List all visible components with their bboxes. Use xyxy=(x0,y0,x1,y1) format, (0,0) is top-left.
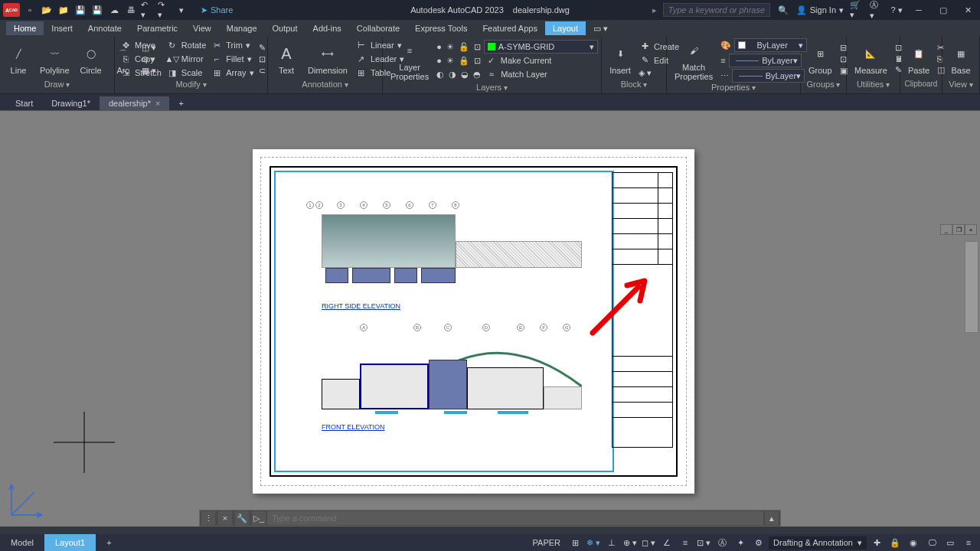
circle-button[interactable]: ◯Circle xyxy=(76,41,106,77)
panel-utilities[interactable]: Utilities ▾ xyxy=(850,80,897,92)
qat-dropdown-icon[interactable]: ▾ xyxy=(175,3,188,17)
panel-groups[interactable]: Groups ▾ xyxy=(804,80,843,92)
tab-layout[interactable]: Layout xyxy=(545,21,586,35)
cmd-close-icon[interactable]: × xyxy=(218,511,232,525)
copy-button[interactable]: ⎘Copy xyxy=(118,52,163,66)
layerprops-button[interactable]: ≡Layer Properties xyxy=(386,38,433,83)
text-button[interactable]: AText xyxy=(271,41,302,77)
layer-tool3[interactable]: 🔒 xyxy=(457,54,471,67)
layer-tool7[interactable]: ◒ xyxy=(459,67,470,81)
base-button[interactable]: ▦Base xyxy=(946,41,976,77)
panel-properties[interactable]: Properties ▾ xyxy=(670,83,797,92)
layer-dropdown[interactable]: A-SYMB-GRID▾ xyxy=(484,40,598,54)
insert-button[interactable]: ⬇Insert xyxy=(605,41,635,77)
tab-parametric[interactable]: Parametric xyxy=(129,21,185,35)
array-button[interactable]: ⊞Array ▾ xyxy=(209,66,255,80)
panel-block[interactable]: Block ▾ xyxy=(605,80,663,92)
search-input[interactable] xyxy=(663,3,770,17)
panel-layers[interactable]: Layers ▾ xyxy=(386,83,598,92)
layer-tool5[interactable]: ◐ xyxy=(435,67,446,81)
tab-addins[interactable]: Add-ins xyxy=(305,21,349,35)
lineweight-toggle[interactable]: ≡ xyxy=(677,536,694,549)
layer-tool1[interactable]: ● xyxy=(435,54,443,67)
grid-toggle[interactable]: ⊞ xyxy=(567,536,583,549)
matchlayer-button[interactable]: ≈Match Layer xyxy=(484,67,549,81)
scale-button[interactable]: ◨Scale xyxy=(165,66,207,80)
layer-state4[interactable]: ⊡ xyxy=(472,41,482,53)
viewport[interactable]: 1 2 3 4 5 6 7 8 RIGHT SIDE ELEVATION A B xyxy=(274,171,614,472)
mirror-button[interactable]: ▲▽Mirror xyxy=(165,52,207,66)
qat-saveas-icon[interactable]: 💾 xyxy=(90,3,104,17)
group-button[interactable]: ⊞Group xyxy=(804,41,837,77)
doctab-start[interactable]: Start xyxy=(6,96,42,110)
command-line[interactable]: ⋮ × 🔧 ▷_ ▴ xyxy=(199,510,781,527)
line-button[interactable]: ╱Line xyxy=(3,41,34,77)
drawing-canvas[interactable]: _ ❐ × 1 2 3 4 5 6 7 8 xyxy=(0,111,980,527)
tab-output[interactable]: Output xyxy=(265,21,305,35)
new-tab-button[interactable]: + xyxy=(169,96,192,110)
color-wheel-icon[interactable]: 🎨 xyxy=(719,38,733,52)
makecurrent-button[interactable]: ✓Make Current xyxy=(484,54,554,67)
monitor-toggle[interactable]: ✚ xyxy=(868,536,885,549)
signin-button[interactable]: 👤 Sign In ▾ xyxy=(796,5,844,15)
annovis-toggle[interactable]: Ⓐ xyxy=(714,536,730,549)
annoscale-toggle[interactable]: ⊡ ▾ xyxy=(695,536,712,549)
share-button[interactable]: ➤ Share xyxy=(201,5,233,15)
inner-close[interactable]: × xyxy=(965,225,976,234)
add-layout-button[interactable]: + xyxy=(96,534,122,551)
cart-icon[interactable]: 🛒 ▾ xyxy=(850,3,864,17)
stretch-button[interactable]: ⇲Stretch xyxy=(118,66,163,80)
snap-toggle[interactable]: ❄ ▾ xyxy=(585,536,602,549)
panel-modify[interactable]: Modify ▾ xyxy=(118,80,264,92)
qat-plot-icon[interactable]: 🖶 xyxy=(124,3,138,17)
paper-sheet[interactable]: 1 2 3 4 5 6 7 8 RIGHT SIDE ELEVATION A B xyxy=(253,149,694,494)
linetype-icon[interactable]: ⋯ xyxy=(719,69,730,83)
app-store-icon[interactable]: Ⓐ ▾ xyxy=(870,3,884,17)
tab-view[interactable]: View xyxy=(185,21,219,35)
customize-status-icon[interactable]: ≡ xyxy=(960,536,977,549)
annoadd-toggle[interactable]: ✦ xyxy=(732,536,749,549)
layer-tool8[interactable]: ◓ xyxy=(472,67,482,81)
move-button[interactable]: ✥Move xyxy=(118,38,163,52)
minimize-button[interactable]: ─ xyxy=(910,3,928,17)
panel-annotation[interactable]: Annotation ▾ xyxy=(271,80,379,92)
lineweight-dropdown[interactable]: ByLayer▾ xyxy=(729,54,802,67)
trim-button[interactable]: ✂Trim ▾ xyxy=(209,38,255,52)
matchprops-button[interactable]: 🖌Match Properties xyxy=(670,38,717,83)
close-button[interactable]: ✕ xyxy=(959,3,977,17)
cmd-customize-icon[interactable]: 🔧 xyxy=(235,511,249,525)
tab-insert[interactable]: Insert xyxy=(44,21,80,35)
titleblock[interactable] xyxy=(612,172,673,472)
inner-restore[interactable]: ❐ xyxy=(953,225,964,234)
tab-collaborate[interactable]: Collaborate xyxy=(349,21,407,35)
close-tab-icon[interactable]: × xyxy=(155,99,160,108)
navigation-bar[interactable] xyxy=(965,241,978,333)
search-arrow-icon[interactable]: ▸ xyxy=(652,5,657,15)
ui-lock-icon[interactable]: 🔒 xyxy=(887,536,903,549)
app-icon[interactable]: A CAD xyxy=(3,3,20,17)
layer-tool2[interactable]: ☀ xyxy=(445,54,456,67)
fillet-button[interactable]: ⌐Fillet ▾ xyxy=(209,52,255,66)
polar-toggle[interactable]: ⊕ ▾ xyxy=(622,536,639,549)
cleanscreen-toggle[interactable]: ▭ xyxy=(942,536,959,549)
layer-tool6[interactable]: ◑ xyxy=(447,67,458,81)
ortho-toggle[interactable]: ⊥ xyxy=(603,536,620,549)
measure-button[interactable]: 📐Measure xyxy=(850,41,892,77)
mod-tool1[interactable]: ✎ xyxy=(257,42,267,54)
polyline-button[interactable]: 〰Polyline xyxy=(35,41,74,77)
color-dropdown[interactable]: ByLayer▾ xyxy=(734,38,807,52)
workspace-dropdown[interactable]: Drafting & Annotation▾ xyxy=(769,536,867,549)
tab-home[interactable]: Home xyxy=(6,21,44,35)
hardware-toggle[interactable]: 🖵 xyxy=(923,536,940,549)
layer-tool4[interactable]: ⊡ xyxy=(472,54,482,67)
tab-featured[interactable]: Featured Apps xyxy=(475,21,545,35)
qat-web-icon[interactable]: ☁ xyxy=(107,3,121,17)
osnap-toggle[interactable]: ◻ ▾ xyxy=(640,536,657,549)
layer-state3[interactable]: 🔓 xyxy=(457,41,471,53)
cmd-history-icon[interactable]: ▴ xyxy=(765,511,779,525)
linetype-dropdown[interactable]: ByLayer▾ xyxy=(732,69,805,83)
qat-open-icon[interactable]: 📂 xyxy=(40,3,54,17)
layout1-tab[interactable]: Layout1 xyxy=(44,534,96,551)
qat-save-icon[interactable]: 💾 xyxy=(74,3,87,17)
lineweight-icon[interactable]: ≡ xyxy=(719,54,727,67)
